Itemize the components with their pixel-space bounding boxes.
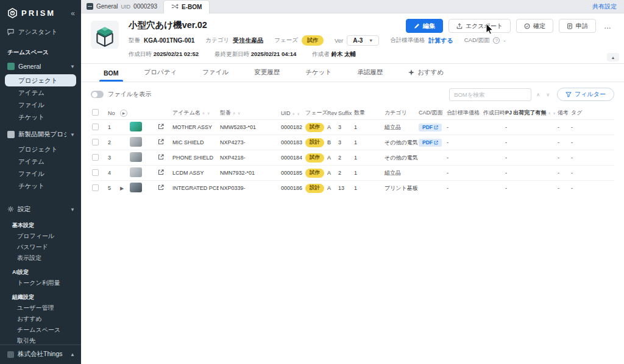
- sidebar-item[interactable]: ファイル: [5, 167, 76, 180]
- sort-icons[interactable]: ∧ ∨: [233, 111, 241, 115]
- item-suffix: 13: [337, 181, 353, 196]
- item-name: PHONE SHIELD: [171, 150, 219, 166]
- sidebar-item[interactable]: ユーザー管理: [0, 303, 81, 313]
- open-item-link-icon[interactable]: [158, 124, 164, 130]
- col-category: カテゴリ: [385, 110, 407, 116]
- sidebar-item[interactable]: チームスペース: [0, 324, 81, 335]
- filter-button[interactable]: フィルター: [557, 88, 614, 101]
- tab-おすすめ[interactable]: おすすめ: [395, 65, 456, 82]
- sort-icons[interactable]: ∧ ∨: [202, 111, 210, 115]
- select-all-checkbox[interactable]: [92, 109, 99, 116]
- help-icon[interactable]: ?: [493, 37, 500, 44]
- table-row[interactable]: 3 ▶ PHONE SHIELD NXP4218- 0000184 試作 A 2…: [91, 150, 614, 166]
- company-switcher[interactable]: 株式会社Things ▲: [0, 345, 81, 364]
- tab-変更履歴[interactable]: 変更履歴: [241, 65, 292, 82]
- confirm-button[interactable]: 確定: [516, 19, 553, 33]
- sidebar-item[interactable]: チケット: [5, 180, 76, 192]
- show-files-toggle[interactable]: [91, 91, 104, 98]
- pdf-link[interactable]: PDF: [419, 124, 442, 131]
- row-checkbox[interactable]: [92, 184, 99, 191]
- edit-button[interactable]: 編集: [406, 19, 443, 33]
- search-prev-next-icons[interactable]: ∧ ∨: [536, 92, 552, 97]
- sidebar-item[interactable]: ファイル: [5, 99, 76, 111]
- item-uid: 0000182: [280, 120, 304, 135]
- sidebar-item-settings[interactable]: 設定 ▼: [0, 201, 81, 217]
- updated-value: 2025/02/21 04:14: [251, 51, 296, 57]
- tab-プロパティ[interactable]: プロパティ: [132, 65, 190, 82]
- sidebar-item-assistant[interactable]: アシスタント: [0, 24, 81, 40]
- settings-section-label: 組織設定: [0, 289, 81, 303]
- table-row[interactable]: 2 ▶ MIC SHIELD NXP4273- 0000183 設計 B 3 1…: [91, 135, 614, 150]
- col-model[interactable]: 型番: [220, 110, 231, 116]
- col-remarks: 備考: [558, 110, 569, 116]
- item-model: NXP0339-: [219, 181, 280, 196]
- sidebar-item[interactable]: アイテム: [5, 86, 76, 99]
- sidebar-item[interactable]: パスワード: [0, 242, 81, 253]
- more-menu-button[interactable]: …: [601, 19, 614, 33]
- window-tab-strip: General UID 0000293 E-BOM 共有設定: [81, 0, 624, 13]
- model-label: 型番: [129, 37, 140, 44]
- sidebar-item[interactable]: プロジェクト: [5, 143, 76, 155]
- share-settings-link[interactable]: 共有設定: [592, 2, 617, 11]
- row-checkbox[interactable]: [92, 124, 99, 130]
- sidebar-item[interactable]: トークン利用量: [0, 278, 81, 289]
- tab-承認履歴[interactable]: 承認履歴: [344, 65, 395, 82]
- row-checkbox[interactable]: [92, 139, 99, 145]
- item-thumbnail: [130, 122, 142, 131]
- chevron-down-icon: ▼: [369, 38, 373, 43]
- sidebar-item[interactable]: アイテム: [5, 155, 76, 167]
- sidebar-group-header[interactable]: 新製品開発プロジェクト ▼: [0, 127, 81, 142]
- apply-button[interactable]: 申請: [559, 19, 596, 33]
- tab-BOM[interactable]: BOM: [91, 66, 132, 82]
- search-input[interactable]: [449, 88, 531, 101]
- row-checkbox[interactable]: [92, 169, 99, 176]
- pdf-link[interactable]: PDF: [419, 139, 442, 147]
- open-item-link-icon[interactable]: [158, 169, 164, 175]
- item-name: MIC SHIELD: [171, 135, 219, 150]
- col-qty: 数量: [354, 110, 365, 116]
- col-no: No: [108, 110, 115, 116]
- sidebar-item[interactable]: プロフィール: [0, 231, 81, 242]
- col-pj-shipment[interactable]: PJ 出荷完了有無: [505, 110, 547, 116]
- table-body: 1 ▶ MOTHER ASSY NMW5283-*01 0000182 試作 A…: [91, 120, 614, 196]
- tab-チケット[interactable]: チケット: [292, 65, 344, 82]
- open-item-link-icon[interactable]: [158, 139, 164, 145]
- col-phase: フェーズ: [305, 110, 328, 116]
- main-area: General UID 0000293 E-BOM 共有設定: [81, 0, 624, 364]
- sidebar-item[interactable]: チケット: [5, 111, 76, 123]
- table-row[interactable]: 5 ▶ INTEGRATED PCB NXP0339- 0000186 設計 A…: [91, 181, 614, 196]
- export-button[interactable]: エクスポート: [448, 19, 511, 33]
- item-remarks: -: [556, 181, 570, 196]
- col-item-name[interactable]: アイテム名: [172, 110, 200, 116]
- row-checkbox[interactable]: [92, 154, 99, 161]
- updated-label: 最終更新日時: [214, 51, 249, 57]
- sidebar-collapse-icon[interactable]: «: [71, 9, 75, 18]
- sort-icons[interactable]: ∧ ∨: [548, 111, 556, 115]
- col-uid[interactable]: UID: [281, 110, 291, 116]
- open-item-link-icon[interactable]: [158, 154, 164, 160]
- expand-icon[interactable]: ▶: [120, 186, 124, 191]
- sort-icons[interactable]: ∧ ∨: [292, 112, 300, 116]
- item-suffix: 2: [337, 150, 353, 166]
- breadcrumb[interactable]: General UID 0000293: [81, 3, 163, 10]
- header-collapse-button[interactable]: ▲: [607, 53, 619, 61]
- table-row[interactable]: 4 ▶ LCDM ASSY NMN7932-*01 0000185 試作 A 2…: [91, 166, 614, 181]
- item-remarks: -: [556, 166, 570, 181]
- bom-content: ファイルを表示 ∧ ∨ フィルター: [81, 82, 624, 364]
- item-qty: 1: [353, 150, 383, 166]
- item-pj-shipment: -: [504, 181, 556, 196]
- sidebar-item[interactable]: おすすめ: [0, 313, 81, 324]
- tab-ebom[interactable]: E-BOM: [163, 0, 210, 13]
- tab-ファイル[interactable]: ファイル: [190, 65, 241, 82]
- sidebar-item[interactable]: プロジェクト: [5, 74, 76, 86]
- calculate-link[interactable]: 計算する: [428, 37, 453, 45]
- version-select[interactable]: A-3▼: [347, 35, 379, 46]
- sidebar: PRISM « アシスタント チームスペース General ▼ プロジェクトア…: [0, 0, 81, 364]
- expand-all-icon[interactable]: ▶: [120, 110, 127, 117]
- table-row[interactable]: 1 ▶ MOTHER ASSY NMW5283-*01 0000182 試作 A…: [91, 120, 614, 135]
- item-name: MOTHER ASSY: [171, 120, 219, 135]
- sidebar-item[interactable]: 表示設定: [0, 253, 81, 264]
- item-thumbnail: [130, 137, 142, 147]
- sidebar-group-header[interactable]: General ▼: [0, 59, 81, 73]
- open-item-link-icon[interactable]: [158, 184, 164, 191]
